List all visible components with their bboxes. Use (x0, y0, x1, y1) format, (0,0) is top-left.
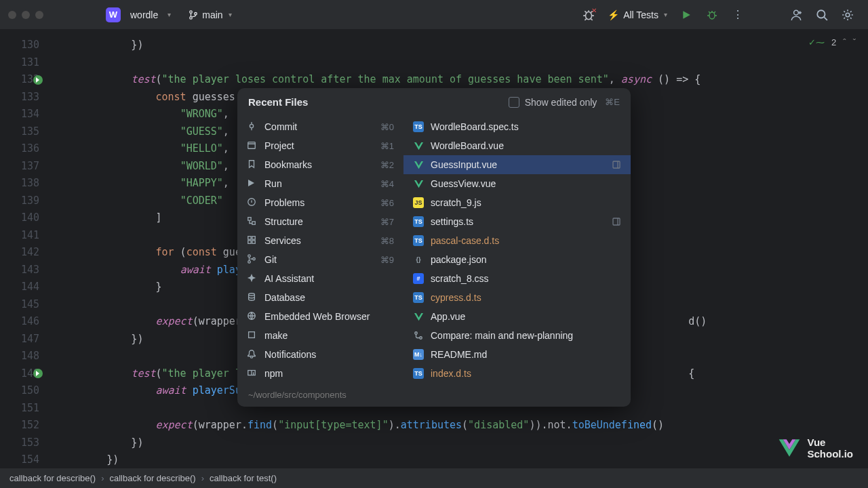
recent-file-item[interactable]: TSsettings.ts (403, 212, 631, 231)
svg-point-26 (415, 332, 418, 335)
breadcrumb-item[interactable]: callback for describe() (9, 473, 96, 483)
run-config-selector[interactable]: ⚡ All Tests ▾ (608, 9, 667, 20)
recent-file-item[interactable]: M↓README.md (403, 345, 631, 364)
tool-window-services[interactable]: Services⌘8 (237, 231, 403, 250)
project-icon (247, 140, 258, 151)
code-line[interactable]: test("the player loses control after the… (58, 71, 860, 89)
structure-icon (247, 216, 258, 227)
recent-file-item[interactable]: {}package.json (403, 250, 631, 269)
npm-icon (247, 368, 258, 379)
project-badge[interactable]: W (106, 7, 121, 22)
problems-icon (247, 197, 258, 208)
tool-window-git[interactable]: Git⌘9 (237, 250, 403, 269)
code-line[interactable]: }) (58, 451, 860, 469)
svg-rect-15 (248, 241, 251, 243)
close-dot[interactable] (8, 11, 16, 19)
tool-window-make[interactable]: make (237, 326, 403, 345)
svg-point-1 (190, 16, 193, 19)
code-line[interactable]: }) (58, 37, 860, 54)
tool-window-npm[interactable]: npm (237, 364, 403, 383)
recent-file-item[interactable]: JSscratch_9.js (403, 193, 631, 212)
gear-icon[interactable] (841, 8, 854, 22)
code-with-me-icon[interactable] (789, 8, 803, 22)
tool-windows-list: Commit⌘0Project⌘1Bookmarks⌘2Run⌘4Problem… (237, 115, 403, 386)
file-path: ~/wordle/src/components (237, 386, 631, 407)
recent-file-item[interactable]: TSWordleBoard.spec.ts (403, 117, 631, 136)
run-test-icon[interactable] (33, 369, 43, 378)
show-edited-label: Show edited only (525, 97, 597, 108)
shortcut: ⌘9 (380, 255, 394, 265)
show-edited-toggle[interactable]: Show edited only ⌘E (509, 97, 620, 108)
svg-point-18 (248, 261, 251, 264)
tool-label: make (264, 330, 387, 341)
checkbox[interactable] (509, 97, 519, 108)
shortcut: ⌘8 (380, 236, 394, 246)
tool-window-run[interactable]: Run⌘4 (237, 174, 403, 193)
code-line[interactable]: }) (58, 434, 860, 452)
notif-icon (247, 349, 258, 360)
more-icon[interactable]: ⋮ (731, 8, 745, 22)
code-line[interactable] (58, 54, 860, 72)
branch-selector[interactable]: main ▾ (189, 9, 231, 20)
tool-window-notifications[interactable]: Notifications (237, 345, 403, 364)
tool-window-project[interactable]: Project⌘1 (237, 136, 403, 155)
popup-title: Recent Files (248, 96, 308, 108)
tool-window-bookmarks[interactable]: Bookmarks⌘2 (237, 155, 403, 174)
recent-file-item[interactable]: TSpascal-case.d.ts (403, 231, 631, 250)
branch-name: main (202, 9, 222, 20)
run-icon[interactable] (679, 8, 693, 22)
tool-window-structure[interactable]: Structure⌘7 (237, 212, 403, 231)
svg-point-17 (248, 255, 251, 258)
recent-file-item[interactable]: #scratch_8.css (403, 269, 631, 288)
chevron-down-icon[interactable]: ▾ (167, 11, 171, 18)
svg-rect-22 (249, 332, 255, 338)
pin-icon[interactable] (612, 160, 621, 169)
tool-window-ai-assistant[interactable]: AI Assistant (237, 269, 403, 288)
debug-icon[interactable] (705, 8, 719, 22)
breadcrumb-item[interactable]: callback for test() (210, 473, 277, 483)
window-controls[interactable] (8, 11, 43, 19)
min-dot[interactable] (22, 11, 30, 19)
recent-file-item[interactable]: WordleBoard.vue (403, 136, 631, 155)
file-name: App.vue (431, 311, 621, 322)
breadcrumb-item[interactable]: callback for describe() (110, 473, 196, 483)
recent-file-item[interactable]: TSindex.d.ts (403, 364, 631, 383)
pin-icon[interactable] (612, 217, 621, 226)
recent-file-item[interactable]: GuessView.vue (403, 174, 631, 193)
max-dot[interactable] (35, 11, 43, 19)
run-icon (247, 178, 258, 189)
tool-label: Git (264, 254, 374, 265)
svg-point-27 (420, 337, 422, 340)
project-name[interactable]: wordle (130, 9, 158, 20)
db-icon (247, 292, 258, 303)
svg-rect-16 (252, 241, 255, 243)
run-test-icon[interactable] (33, 75, 43, 85)
search-icon[interactable] (815, 8, 829, 22)
titlebar: W wordle ▾ main ▾ ✕ ⚡ All Tests ▾ ⋮ (0, 0, 868, 30)
recent-file-item[interactable]: TScypress.d.ts (403, 288, 631, 307)
file-name: WordleBoard.spec.ts (431, 121, 621, 132)
code-line[interactable]: expect(wrapper.find("input[type=text]").… (58, 417, 860, 434)
file-name: settings.ts (431, 216, 605, 227)
browser-icon (247, 311, 258, 322)
shortcut: ⌘1 (380, 141, 394, 151)
recent-file-item[interactable]: GuessInput.vue (403, 155, 631, 174)
tool-window-commit[interactable]: Commit⌘0 (237, 117, 403, 136)
vue-school-logo-icon (778, 438, 801, 458)
svg-point-20 (249, 293, 255, 296)
tool-window-problems[interactable]: Problems⌘6 (237, 193, 403, 212)
tool-window-database[interactable]: Database (237, 288, 403, 307)
shortcut: ⌘6 (380, 198, 394, 208)
tool-label: Notifications (264, 349, 387, 360)
tool-window-embedded-web-browser[interactable]: Embedded Web Browser (237, 307, 403, 326)
recent-file-item[interactable]: App.vue (403, 307, 631, 326)
file-name: WordleBoard.vue (431, 140, 621, 151)
shortcut: ⌘2 (380, 160, 394, 170)
git-icon (247, 254, 258, 265)
bookmark-icon (247, 159, 258, 170)
recent-file-item[interactable]: Compare: main and new-planning (403, 326, 631, 345)
bolt-icon: ⚡ (608, 9, 619, 20)
svg-rect-12 (252, 222, 255, 224)
debug-bug-icon[interactable]: ✕ (582, 8, 595, 22)
svg-point-19 (253, 258, 256, 260)
